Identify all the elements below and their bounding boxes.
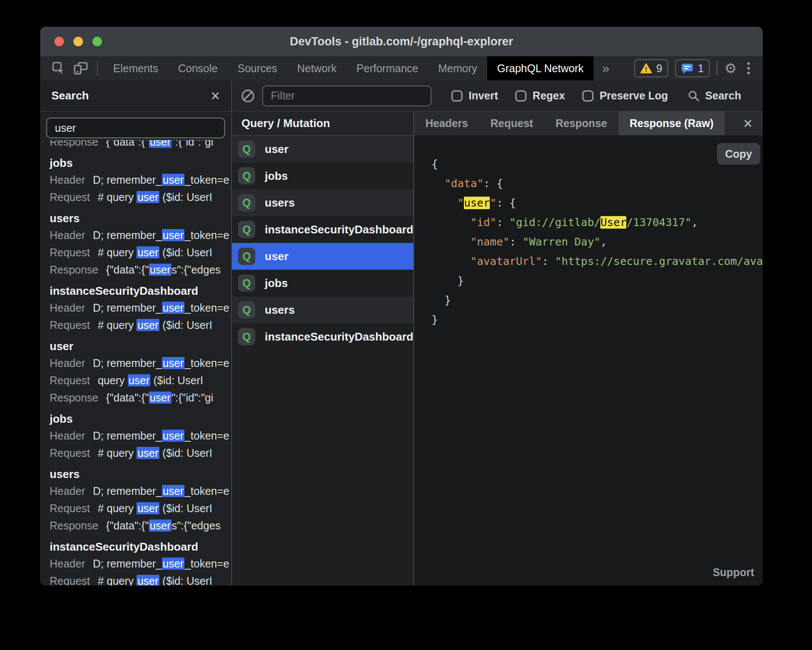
search-result-line[interactable]: HeaderD; remember_user_token=e bbox=[50, 354, 231, 372]
search-result-text: {"data":{"users":{"edges bbox=[106, 264, 221, 276]
search-result-line[interactable]: HeaderD; remember_user_token=e bbox=[50, 555, 231, 572]
search-result-field-label: Header bbox=[50, 485, 85, 497]
match-highlight: user bbox=[162, 485, 185, 497]
search-result-line[interactable]: Request# query user ($id: UserI bbox=[50, 244, 231, 261]
search-result-text: D; remember_user_token=e bbox=[93, 558, 229, 570]
match-highlight: user bbox=[149, 264, 172, 276]
search-result-line[interactable]: HeaderD; remember_user_token=e bbox=[50, 226, 231, 244]
query-mutation-header: Query / Mutation bbox=[232, 112, 413, 136]
devtools-tab-graphql-network[interactable]: GraphQL Network bbox=[487, 56, 594, 80]
search-panel: Search × Response{"data":{"user":{"id":"… bbox=[40, 80, 232, 586]
detail-tab-response-raw[interactable]: Response (Raw) bbox=[619, 112, 725, 135]
filter-search-button[interactable]: Search bbox=[687, 89, 741, 102]
search-result-line[interactable]: Response{"data":{"users":{"edges bbox=[50, 261, 231, 278]
inspect-element-icon[interactable] bbox=[40, 61, 70, 76]
devtools-tab-memory[interactable]: Memory bbox=[428, 56, 487, 80]
query-list-item[interactable]: QinstanceSecurityDashboard bbox=[232, 323, 413, 350]
search-result-line[interactable]: Response{"data":{"users":{"edges bbox=[50, 517, 231, 534]
search-result-line[interactable]: Request# query user ($id: UserI bbox=[50, 572, 231, 586]
devtools-tab-elements[interactable]: Elements bbox=[103, 56, 168, 80]
titlebar: DevTools - gitlab.com/-/graphql-explorer bbox=[40, 27, 763, 56]
filter-options: InvertRegexPreserve Log bbox=[431, 89, 668, 102]
search-result-text: {"data":{"users":{"edges bbox=[106, 519, 221, 532]
query-name: jobs bbox=[265, 277, 288, 290]
support-link[interactable]: Support bbox=[713, 566, 754, 579]
devtools-tab-network[interactable]: Network bbox=[287, 56, 347, 80]
search-section-title: instanceSecurityDashboard bbox=[50, 538, 231, 555]
warnings-badge[interactable]: 9 bbox=[634, 59, 669, 77]
close-button[interactable] bbox=[54, 37, 64, 46]
search-result-text: query user ($id: UserI bbox=[98, 374, 203, 386]
match-highlight: user bbox=[149, 519, 172, 532]
search-result-text: D; remember_user_token=e bbox=[93, 485, 229, 497]
search-result-line[interactable]: Response{"data":{"user":{"id":"gi bbox=[50, 140, 231, 150]
search-result-line[interactable]: Request# query user ($id: UserI bbox=[50, 444, 231, 462]
screen: DevTools - gitlab.com/-/graphql-explorer… bbox=[0, 0, 812, 650]
json-line: "data": { bbox=[431, 174, 763, 193]
search-result-line[interactable]: HeaderD; remember_user_token=e bbox=[50, 171, 231, 188]
query-list-item[interactable]: Qjobs bbox=[232, 270, 413, 296]
filter-input[interactable] bbox=[262, 86, 431, 106]
chat-icon bbox=[681, 63, 693, 74]
match-highlight: user bbox=[162, 302, 185, 314]
match-highlight: user bbox=[136, 575, 159, 586]
minimize-button[interactable] bbox=[73, 37, 83, 46]
query-mutation-panel: Query / Mutation QuserQjobsQusersQinstan… bbox=[232, 112, 414, 586]
search-result-line[interactable]: Request# query user ($id: UserI bbox=[50, 188, 231, 206]
query-list-item[interactable]: QinstanceSecurityDashboard bbox=[232, 216, 413, 243]
search-input[interactable] bbox=[46, 118, 225, 138]
clear-log-icon[interactable] bbox=[241, 89, 255, 103]
detail-tab-request[interactable]: Request bbox=[479, 112, 545, 135]
query-list-item-selected[interactable]: Quser bbox=[232, 243, 413, 270]
close-icon[interactable]: × bbox=[211, 88, 220, 104]
kebab-menu-icon[interactable] bbox=[744, 62, 753, 74]
messages-badge[interactable]: 1 bbox=[675, 59, 710, 77]
detail-tab-response[interactable]: Response bbox=[544, 112, 618, 135]
close-icon[interactable]: × bbox=[743, 116, 763, 131]
devtools-tab-console[interactable]: Console bbox=[168, 56, 228, 80]
search-result-line[interactable]: Request# query user ($id: UserI bbox=[50, 500, 231, 517]
devtools-tabs: ElementsConsoleSourcesNetworkPerformance… bbox=[103, 56, 593, 80]
devtools-tab-performance[interactable]: Performance bbox=[346, 56, 428, 80]
query-list-item[interactable]: Qusers bbox=[232, 189, 413, 216]
search-section-title: users bbox=[50, 210, 231, 226]
devtools-toolbar: ElementsConsoleSourcesNetworkPerformance… bbox=[40, 56, 763, 80]
match-highlight: user bbox=[162, 558, 185, 570]
query-list-item[interactable]: Qusers bbox=[232, 296, 413, 323]
search-result-line[interactable]: HeaderD; remember_user_token=e bbox=[50, 299, 231, 316]
toolbar-right-cluster: 9 1 ⚙ bbox=[634, 59, 763, 77]
search-result-text: D; remember_user_token=e bbox=[93, 430, 229, 442]
settings-gear-icon[interactable]: ⚙ bbox=[724, 61, 737, 75]
search-result-line[interactable]: Request# query user ($id: UserI bbox=[50, 316, 231, 334]
search-result-line[interactable]: Requestquery user ($id: UserI bbox=[50, 372, 231, 389]
search-result-text: D; remember_user_token=e bbox=[93, 302, 229, 314]
device-toolbar-icon[interactable] bbox=[70, 61, 92, 76]
devtools-tab-sources[interactable]: Sources bbox=[228, 56, 287, 80]
search-result-line[interactable]: HeaderD; remember_user_token=e bbox=[50, 427, 231, 444]
network-column: InvertRegexPreserve Log Search Query / M… bbox=[232, 80, 763, 586]
search-result-field-label: Request bbox=[50, 319, 90, 331]
search-result-field-label: Header bbox=[50, 229, 85, 241]
search-result-text: {"data":{"user":{"id":"gi bbox=[106, 392, 213, 404]
detail-tab-headers[interactable]: Headers bbox=[414, 112, 479, 135]
query-type-badge: Q bbox=[238, 221, 255, 238]
match-highlight: user bbox=[128, 374, 151, 386]
filter-option-preserve-log[interactable]: Preserve Log bbox=[582, 89, 668, 102]
query-list-item[interactable]: Quser bbox=[232, 136, 413, 162]
match-highlight: user bbox=[162, 229, 185, 241]
query-list-item[interactable]: Qjobs bbox=[232, 162, 413, 189]
search-results-list: Response{"data":{"user":{"id":"gijobsHea… bbox=[40, 140, 231, 586]
maximize-button[interactable] bbox=[92, 37, 102, 46]
copy-button[interactable]: Copy bbox=[717, 143, 760, 165]
search-result-line[interactable]: HeaderD; remember_user_token=e bbox=[50, 482, 231, 500]
search-section-title: user bbox=[50, 338, 231, 354]
checkbox-invert[interactable] bbox=[451, 90, 463, 102]
content-row: Query / Mutation QuserQjobsQusersQinstan… bbox=[232, 112, 763, 586]
checkbox-preserve-log[interactable] bbox=[582, 90, 593, 102]
more-tabs-chevron-icon[interactable]: » bbox=[593, 61, 618, 76]
filter-option-regex[interactable]: Regex bbox=[515, 89, 565, 102]
filter-option-invert[interactable]: Invert bbox=[451, 89, 498, 102]
checkbox-regex[interactable] bbox=[515, 90, 527, 102]
search-result-line[interactable]: Response{"data":{"user":{"id":"gi bbox=[50, 389, 231, 406]
query-type-badge: Q bbox=[238, 140, 255, 158]
